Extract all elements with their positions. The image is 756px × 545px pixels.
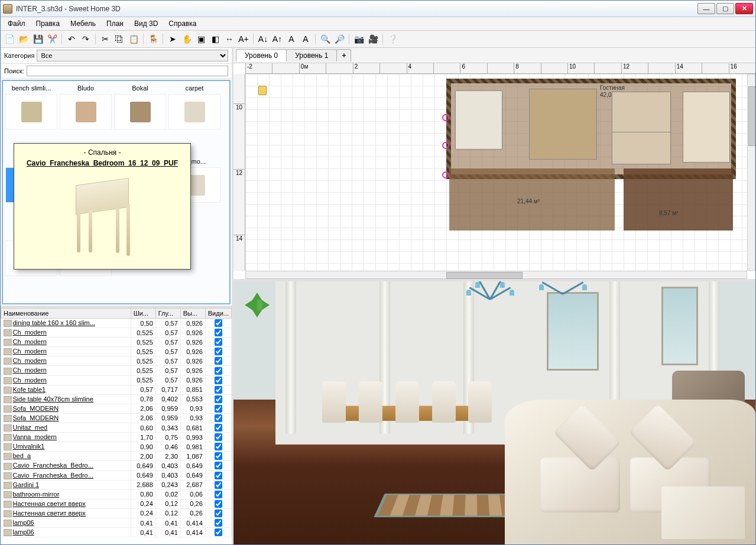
visibility-checkbox[interactable] [215,424,222,432]
scrollbar-horizontal[interactable] [245,271,747,279]
select-icon[interactable]: ➤ [166,33,179,46]
level-tab[interactable]: Уровень 0 [236,49,287,61]
pan-icon[interactable]: ✋ [180,33,193,46]
table-row[interactable]: lamp060,410,410,414 [1,528,232,537]
nav-right-icon[interactable] [261,300,275,310]
visibility-checkbox[interactable] [215,433,222,441]
visibility-checkbox[interactable] [215,519,222,527]
table-row[interactable]: Ch_modern0,5250,570,926 [1,356,232,366]
minimize-button[interactable]: — [697,3,715,14]
view-3d[interactable] [233,281,755,544]
table-row[interactable]: Ch_modern0,5250,570,926 [1,338,232,347]
table-row[interactable]: Kofe table10,570,7170,851 [1,385,232,394]
visibility-checkbox[interactable] [215,348,222,355]
column-header[interactable]: Види... [205,309,231,319]
menu-item[interactable]: План [102,18,128,29]
open-folder-icon[interactable]: 📂 [17,33,30,46]
table-row[interactable]: Ch_modern0,5250,570,926 [1,347,232,356]
furniture-catalog[interactable]: - Спальня - Cavio_Francheska_Bedroom_16_… [2,80,231,304]
help-icon[interactable]: ❔ [386,33,399,46]
column-header[interactable]: Глу... [155,309,180,319]
visibility-checkbox[interactable] [215,462,222,469]
add-furniture-icon[interactable]: 🪑 [147,33,160,46]
visibility-checkbox[interactable] [215,319,222,327]
visibility-checkbox[interactable] [215,357,222,365]
table-row[interactable]: Ch_modern0,5250,570,926 [1,375,232,385]
nav-rotate-icon[interactable] [251,299,263,311]
category-select[interactable]: Все [37,50,228,61]
table-row[interactable]: lamp060,410,410,414 [1,518,232,527]
menu-item[interactable]: Файл [3,18,30,29]
visibility-checkbox[interactable] [215,528,222,536]
table-row[interactable]: Настенная светит вверх0,240,120,26 [1,508,232,518]
nav-down-icon[interactable] [252,309,262,323]
scrollbar-vertical[interactable] [747,74,755,271]
visibility-checkbox[interactable] [215,452,222,460]
column-header[interactable]: Наименование [1,309,131,319]
visibility-checkbox[interactable] [215,472,222,479]
menu-item[interactable]: Мебель [66,18,100,29]
close-button[interactable]: ✕ [735,3,753,14]
zoom-out-text-icon[interactable]: A↓ [257,33,270,46]
create-rooms-icon[interactable]: ◧ [209,33,222,46]
table-row[interactable]: bathroom-mirror0,800,020,06 [1,489,232,499]
menu-item[interactable]: Вид 3D [129,18,163,29]
copy-icon[interactable]: ⿻ [113,33,126,46]
table-row[interactable]: Cavio_Francheska_Bedro...0,6490,4030,649 [1,461,232,471]
table-row[interactable]: Umivalnik10,900,460,981 [1,442,232,452]
video-icon[interactable]: 🎥 [366,33,379,46]
lock-icon[interactable] [258,86,267,95]
create-walls-icon[interactable]: ▣ [194,33,207,46]
column-header[interactable]: Ши... [131,309,155,319]
visibility-checkbox[interactable] [215,491,222,498]
zoom-in-text-icon[interactable]: A↑ [271,33,284,46]
table-row[interactable]: Ch_modern0,5250,570,926 [1,366,232,375]
table-row[interactable]: Unitaz_med0,600,3430,681 [1,423,232,433]
redo-icon[interactable]: ↷ [79,33,92,46]
menu-item[interactable]: Правка [31,18,65,29]
text-bold-icon[interactable]: A [285,33,298,46]
paste-icon[interactable]: 📋 [127,33,140,46]
visibility-checkbox[interactable] [215,338,222,346]
search-input[interactable] [27,66,228,76]
create-dimensions-icon[interactable]: ↔ [223,33,236,46]
photo-icon[interactable]: 📷 [352,33,365,46]
new-file-icon[interactable]: 📄 [3,33,16,46]
furniture-table[interactable]: НаименованиеШи...Глу...Вы...Види...dinin… [1,306,232,544]
table-row[interactable]: Gardini 12,6880,2432,687 [1,480,232,489]
table-row[interactable]: Ch_modern0,5250,570,926 [1,328,232,338]
table-row[interactable]: Sofa_MODERN2,060,9590,93 [1,404,232,413]
text-italic-icon[interactable]: A [299,33,312,46]
table-row[interactable]: Side table 40x78cm slimline0,780,4020,55… [1,394,232,404]
menu-item[interactable]: Справка [164,18,201,29]
visibility-checkbox[interactable] [215,510,222,517]
level-tab[interactable]: Уровень 1 [286,49,337,61]
visibility-checkbox[interactable] [215,481,222,489]
plan-canvas[interactable]: Гостиная 42,04 м² 14,87 м² 21,44 м² 8,57… [245,74,747,271]
table-row[interactable]: Cavio_Francheska_Bedro...0,6490,4030,649 [1,471,232,480]
visibility-checkbox[interactable] [215,329,222,336]
visibility-checkbox[interactable] [215,395,222,403]
visibility-checkbox[interactable] [215,377,222,384]
zoom-in-icon[interactable]: 🔎 [333,33,346,46]
create-text-icon[interactable]: A+ [237,33,250,46]
table-row[interactable]: Настенная светит вверх0,240,120,26 [1,499,232,508]
column-header[interactable]: Вы... [180,309,205,319]
undo-icon[interactable]: ↶ [65,33,78,46]
add-level-button[interactable]: + [336,49,351,61]
visibility-checkbox[interactable] [215,500,222,508]
visibility-checkbox[interactable] [215,443,222,450]
preferences-icon[interactable]: ✂️ [46,33,59,46]
visibility-checkbox[interactable] [215,367,222,375]
visibility-checkbox[interactable] [215,414,222,422]
plan-view[interactable]: -20м246810121416 101214 Гостиная 42,04 м… [233,63,755,279]
zoom-out-icon[interactable]: 🔍 [319,33,332,46]
table-row[interactable]: Vanna_modern1,700,750,993 [1,433,232,442]
nav-widget[interactable] [239,287,275,323]
table-row[interactable]: dining table 160 x 160 slim...0,500,570,… [1,319,232,328]
cut-icon[interactable]: ✂ [99,33,112,46]
visibility-checkbox[interactable] [215,405,222,413]
save-icon[interactable]: 💾 [31,33,44,46]
visibility-checkbox[interactable] [215,386,222,394]
table-row[interactable]: bed_a2,002,301,087 [1,452,232,461]
